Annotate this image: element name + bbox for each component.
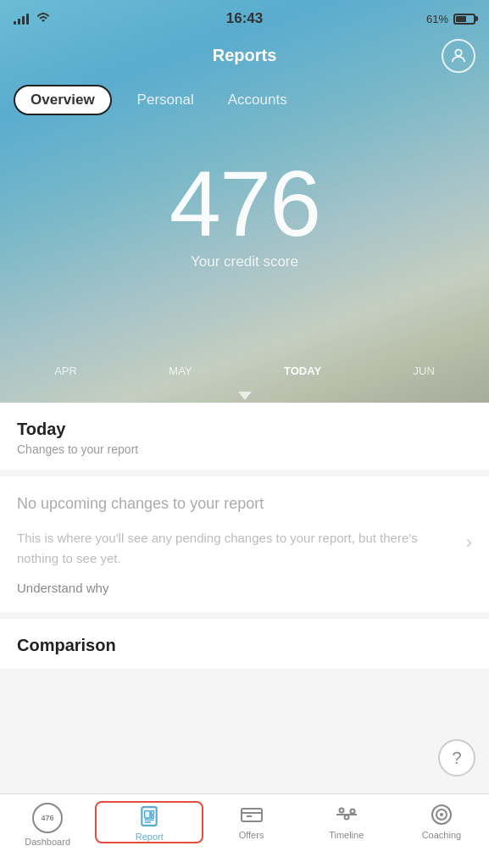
credit-score-label: Your credit score: [191, 253, 298, 270]
today-section: Today Changes to your report: [0, 403, 489, 470]
timeline-pointer: [238, 392, 252, 400]
report-icon: [137, 804, 161, 828]
understand-why-link[interactable]: Understand why: [17, 581, 472, 595]
tab-bar-coaching[interactable]: Coaching: [394, 803, 489, 840]
no-changes-desc: This is where you'll see any pending cha…: [17, 528, 458, 569]
credit-score-area: 476 Your credit score: [0, 157, 489, 270]
svg-rect-7: [242, 809, 262, 821]
status-time: 16:43: [226, 10, 263, 27]
svg-point-13: [350, 810, 354, 814]
tab-bar-coaching-label: Coaching: [422, 830, 461, 840]
battery-percentage: 61%: [426, 13, 448, 25]
no-changes-text: This is where you'll see any pending cha…: [17, 528, 466, 569]
status-right: 61%: [426, 13, 475, 25]
svg-point-16: [440, 813, 443, 816]
report-tabs: Overview Personal Accounts: [0, 85, 489, 115]
svg-rect-6: [151, 815, 153, 818]
no-changes-heading: No upcoming changes to your report: [17, 493, 472, 515]
svg-point-11: [339, 809, 343, 813]
header: Reports: [0, 37, 489, 74]
tab-bar-report[interactable]: Report: [95, 801, 203, 843]
tab-bar-offers-label: Offers: [239, 830, 264, 840]
timeline-may[interactable]: MAY: [169, 364, 192, 377]
today-subtitle: Changes to your report: [17, 442, 472, 456]
no-changes-row: This is where you'll see any pending cha…: [17, 528, 472, 569]
tab-overview[interactable]: Overview: [14, 85, 112, 115]
tab-bar-dashboard[interactable]: 476 Dashboard: [0, 803, 95, 847]
tab-bar-dashboard-label: Dashboard: [25, 837, 70, 847]
svg-point-12: [344, 815, 348, 820]
profile-icon: [449, 47, 468, 65]
timeline-today[interactable]: TODAY: [284, 364, 321, 377]
profile-button[interactable]: [442, 39, 475, 73]
offers-icon: [240, 803, 264, 826]
signal-bars: [14, 13, 29, 25]
chevron-right-icon: ›: [466, 531, 472, 554]
comparison-title: Comparison: [17, 636, 472, 655]
tab-accounts[interactable]: Accounts: [219, 86, 296, 114]
dashboard-score-circle: 476: [32, 803, 63, 833]
status-bar: 16:43 61%: [0, 0, 489, 37]
tab-bar-timeline-label: Timeline: [329, 830, 364, 840]
no-changes-section[interactable]: No upcoming changes to your report This …: [0, 476, 489, 612]
timeline-tab-icon: [335, 803, 358, 826]
wifi-icon: [36, 12, 50, 25]
signal-area: [14, 12, 54, 25]
help-button[interactable]: ?: [438, 739, 475, 776]
page-title: Reports: [213, 46, 277, 65]
tab-bar-report-label: Report: [136, 832, 164, 842]
tab-bar: 476 Dashboard Report Offers: [0, 793, 489, 868]
timeline-apr[interactable]: APR: [54, 364, 77, 377]
timeline-jun[interactable]: JUN: [414, 364, 435, 377]
svg-rect-2: [145, 811, 151, 819]
battery-icon: [453, 14, 475, 25]
svg-point-0: [455, 49, 461, 55]
coaching-icon: [430, 803, 453, 826]
today-title: Today: [17, 420, 472, 439]
timeline-labels: APR MAY TODAY JUN: [0, 364, 489, 377]
content-area: Today Changes to your report No upcoming…: [0, 403, 489, 793]
tab-bar-timeline[interactable]: Timeline: [299, 803, 394, 840]
tab-bar-offers[interactable]: Offers: [203, 803, 298, 840]
credit-score-number: 476: [169, 157, 320, 250]
svg-rect-5: [151, 811, 153, 815]
comparison-section: Comparison: [0, 619, 489, 669]
tab-personal[interactable]: Personal: [129, 86, 203, 114]
